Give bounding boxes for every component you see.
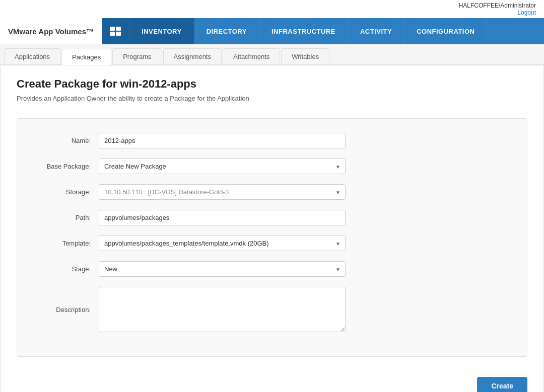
logo-area: VMware App Volumes™ [0,18,102,44]
form-container: Name: Base Package: Create New Package ▼… [17,118,527,357]
description-row: Description: [33,287,511,332]
path-row: Path: [33,210,511,225]
main-nav: INVENTORY DIRECTORY INFRASTRUCTURE ACTIV… [102,18,544,44]
nav-item-infrastructure[interactable]: INFRASTRUCTURE [259,18,348,44]
nav-item-configuration[interactable]: CONFIGURATION [404,18,487,44]
stage-label: Stage: [33,265,99,273]
main-content: Create Package for win-2012-apps Provide… [0,65,544,392]
base-package-select-wrapper: Create New Package ▼ [99,159,346,174]
stage-select[interactable]: New [99,261,346,277]
stage-select-wrapper: New ▼ [99,261,346,277]
nav-item-activity[interactable]: ACTIVITY [348,18,404,44]
tab-programs[interactable]: Programs [112,48,162,64]
page-subtitle: Provides an Application Owner the abilit… [17,95,527,102]
base-package-label: Base Package: [33,163,99,170]
nav-icon-inventory[interactable] [102,18,129,44]
path-label: Path: [33,214,99,221]
svg-rect-2 [110,32,115,36]
nav-item-inventory[interactable]: INVENTORY [129,18,194,44]
storage-select[interactable]: 10.10.50.110 : [DC-VDS] Datastore-Gold-3 [99,184,346,200]
page-title: Create Package for win-2012-apps [17,77,527,91]
logo-text: VMware App Volumes™ [8,27,94,36]
storage-row: Storage: 10.10.50.110 : [DC-VDS] Datasto… [33,184,511,200]
base-package-select[interactable]: Create New Package [99,159,346,174]
top-bar: HALFCOFFEE\Administrator Logout [0,0,544,18]
tab-packages[interactable]: Packages [61,49,111,65]
button-area: Create [17,369,527,392]
tabs-bar: Applications Packages Programs Assignmen… [0,44,544,65]
stage-row: Stage: New ▼ [33,261,511,277]
path-input[interactable] [99,210,346,225]
template-label: Template: [33,240,99,247]
template-select[interactable]: appvolumes/packages_templates/template.v… [99,236,346,251]
username: HALFCOFFEE\Administrator [459,2,536,9]
svg-rect-3 [116,32,121,36]
description-textarea[interactable] [99,287,346,332]
header: VMware App Volumes™ INVENTORY DIRECTORY … [0,18,544,44]
logout-link[interactable]: Logout [459,9,536,16]
storage-label: Storage: [33,188,99,196]
name-label: Name: [33,137,99,144]
tab-writables[interactable]: Writables [281,48,329,64]
template-select-wrapper: appvolumes/packages_templates/template.v… [99,236,346,251]
svg-rect-0 [110,27,115,31]
tab-assignments[interactable]: Assignments [163,48,222,64]
nav-item-directory[interactable]: DIRECTORY [194,18,259,44]
svg-rect-1 [116,27,121,31]
storage-select-wrapper: 10.10.50.110 : [DC-VDS] Datastore-Gold-3… [99,184,346,200]
create-button[interactable]: Create [477,377,527,392]
template-row: Template: appvolumes/packages_templates/… [33,236,511,251]
tab-attachments[interactable]: Attachments [223,48,280,64]
name-row: Name: [33,133,511,148]
content-wrapper: Applications Packages Programs Assignmen… [0,44,544,392]
base-package-row: Base Package: Create New Package ▼ [33,159,511,174]
user-info: HALFCOFFEE\Administrator Logout [459,2,536,16]
description-label: Description: [33,306,99,313]
name-input[interactable] [99,133,346,148]
tab-applications[interactable]: Applications [4,48,60,64]
